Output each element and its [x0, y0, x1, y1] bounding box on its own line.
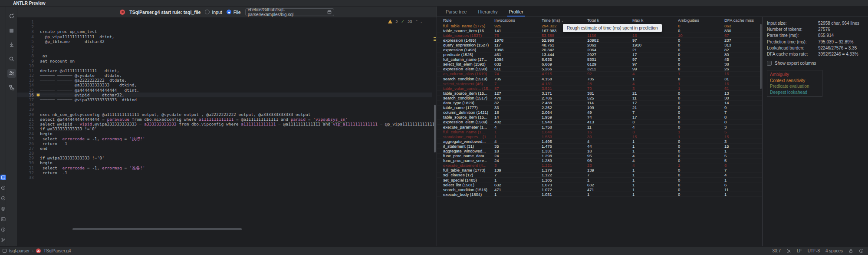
code-line[interactable]: 21select @a444444444444444 = paravalue f…	[17, 117, 432, 122]
highlighting-level-icon[interactable]	[786, 248, 791, 253]
code-line[interactable]: 13────── ────── @a2222222222 dtdate,	[17, 78, 432, 83]
code-line[interactable]: 4 @p_vipa1111111111111 dtint,	[17, 34, 432, 39]
file-radio[interactable]: File	[227, 10, 241, 15]
table-row[interactable]: search_condition (1519)7354.1587351031	[437, 76, 762, 81]
table-row[interactable]: search_condition (1516)4711.0724711011	[437, 187, 762, 192]
table-row[interactable]: as_column_alias (1619)744.915924116	[437, 72, 762, 76]
code-line[interactable]: 3create proc up_com_test	[17, 29, 432, 34]
browse-file-icon[interactable]	[327, 10, 332, 14]
breadcrumb-project[interactable]: tsql-parser	[9, 248, 30, 253]
column-header[interactable]: DFA cache miss	[724, 18, 762, 23]
code-line[interactable]: 10	[17, 63, 432, 68]
code-line[interactable]: 33	[17, 175, 432, 180]
info-icon[interactable]	[859, 248, 864, 253]
show-expert-columns-checkbox[interactable]: Show expert columns	[767, 61, 868, 66]
scroll-to-source-icon[interactable]	[7, 40, 16, 49]
prev-next-arrows[interactable]: ⌃⌄	[415, 20, 424, 23]
tab-profiler[interactable]: Profiler	[509, 7, 523, 17]
table-row[interactable]: aggregate_windowed...181.33118101	[437, 149, 762, 153]
editor-horizontal-scrollbar[interactable]	[40, 228, 432, 231]
code-line[interactable]: 14────── ────── @a333333333333 dtkind,	[17, 83, 432, 87]
code-line[interactable]: 15────── ────── @a444444444444444 dtint,	[17, 88, 432, 93]
table-row[interactable]: full_column_name (17...10948.63583019704…	[437, 57, 762, 62]
table-row[interactable]: query_expression (1527)11748.76120621910…	[437, 43, 762, 47]
code-line[interactable]: 5 @p_tblname dtchar32	[17, 39, 432, 44]
error-stripe-mark[interactable]	[434, 37, 436, 38]
search-icon[interactable]	[7, 55, 16, 63]
tab-hierarchy[interactable]: Hierarchy	[478, 7, 497, 17]
error-stripe-mark[interactable]	[434, 40, 436, 41]
code-line[interactable]: 2	[17, 24, 432, 29]
code-line[interactable]: 20exec nb_com_getsysconfig @a11111111111…	[17, 112, 432, 117]
table-row[interactable]: aggregate_windowed...41.4954103	[437, 139, 762, 144]
code-line[interactable]: 7── ── ──	[17, 49, 432, 53]
table-row[interactable]: standalone_expres... (1...11.5533015115	[437, 134, 762, 139]
code-line[interactable]: 26 return -1	[17, 141, 432, 146]
table-row[interactable]: predicate (1525)46113.444292717080	[437, 53, 762, 57]
antlr-tool-icon[interactable]: A	[0, 195, 6, 201]
code-line[interactable]: 11declare @a1111111111111 dtint,	[17, 68, 432, 73]
table-row[interactable]: if_statement (31)351.476441015	[437, 144, 762, 149]
table-row[interactable]: execute_body (1804)11.0311101	[437, 192, 762, 197]
table-row[interactable]: data_type (1829)322.48811417014	[437, 101, 762, 106]
table-vertical-scrollbar[interactable]	[760, 24, 762, 89]
table-row[interactable]: sql_clauses (12)71.1227104	[437, 173, 762, 178]
column-header[interactable]: Time (ms) ⌄	[542, 18, 587, 23]
table-row[interactable]: select_list_elem (1592)6326.669612997038	[437, 62, 762, 67]
breadcrumb-file[interactable]: TSqlParser.g4	[43, 248, 71, 253]
code-line[interactable]: 24begin	[17, 131, 432, 136]
column-header[interactable]: Invocations	[494, 18, 542, 23]
code-line[interactable]: 9set nocount on	[17, 59, 432, 63]
stop-icon[interactable]	[7, 26, 16, 35]
file-radio-circle[interactable]	[227, 10, 231, 14]
table-row[interactable]: set_special (1485)11.1051101	[437, 178, 762, 182]
file-encoding[interactable]: UTF-8	[808, 248, 820, 253]
code-editor[interactable]: 123create proc up_com_test4 @p_vipa11111…	[17, 18, 437, 246]
table-row[interactable]: table_sources (1537)7653.5881136161067	[437, 33, 762, 38]
table-row[interactable]: table_source_item (15...141.959741708	[437, 115, 762, 120]
profiler-people-icon[interactable]	[7, 69, 16, 78]
table-row[interactable]: search_condition (1517)4702.78652511030	[437, 96, 762, 100]
run-icon[interactable]	[0, 185, 6, 191]
code-line[interactable]: 1	[17, 20, 432, 24]
column-header[interactable]: Ambiguities	[678, 18, 724, 23]
table-row[interactable]: expression (1495)197852.99910982970237	[437, 38, 762, 43]
table-row[interactable]: full_table_name (1773)1391.179139107	[437, 168, 762, 173]
caret-position[interactable]: 30:7	[772, 248, 780, 253]
table-row[interactable]: func_proc_name_data...241.29895405	[437, 154, 762, 159]
code-line[interactable]: 25 select errorcode = -1, errormsg = '执行…	[17, 136, 432, 141]
services-icon[interactable]	[0, 206, 6, 212]
code-line[interactable]: 30begin	[17, 160, 432, 165]
code-line[interactable]: 28	[17, 151, 432, 156]
table-row[interactable]: select_statement (46)74.131284116	[437, 81, 762, 86]
table-row[interactable]: table_name (1777)332.2521992109	[437, 106, 762, 110]
input-radio-circle[interactable]	[205, 10, 210, 14]
indent-setting[interactable]: 4 spaces	[825, 248, 843, 253]
table-row[interactable]: table_value_constr... (15...873.52170316…	[437, 86, 762, 91]
editor-vertical-scrollbar[interactable]	[434, 105, 436, 152]
problems-icon[interactable]	[0, 227, 6, 232]
hierarchy-icon[interactable]	[7, 83, 16, 92]
table-row[interactable]: expression (1498)199820.342206421082	[437, 47, 762, 52]
input-radio[interactable]: Input	[205, 10, 222, 15]
table-row[interactable]: func_proc_name_serv...241.28995405	[437, 159, 762, 163]
column-header[interactable]: Rule	[443, 18, 494, 23]
intention-bulb-icon[interactable]	[36, 93, 40, 96]
table-row[interactable]: execute_parameter (1...41.75811403	[437, 125, 762, 129]
checkbox-box[interactable]	[767, 61, 772, 66]
line-separator[interactable]: LF	[797, 248, 802, 253]
table-row[interactable]: execute_statement (4...31.22123416	[437, 163, 762, 168]
tab-parse-tree[interactable]: Parse tree	[446, 7, 467, 17]
code-line[interactable]: 29if @vipa333333333333 !='0'	[17, 156, 432, 160]
code-line[interactable]: 31 select errorcode = -1, errormsg = '准备…	[17, 166, 432, 170]
code-line[interactable]: 27end	[17, 146, 432, 151]
code-line[interactable]: 8 as	[17, 53, 432, 58]
code-line[interactable]: 12────── ────── @sysdate dtdate,	[17, 73, 432, 78]
code-line[interactable]: 16────── ────── @vipid dtchar32,	[17, 93, 432, 97]
inspections-widget[interactable]: 2 ✓ 23 ⌃⌄	[388, 19, 424, 24]
code-line[interactable]: 17────── ────── @vipa333333333333 dtkind	[17, 97, 432, 102]
code-line[interactable]: 32 return -1	[17, 170, 432, 175]
refresh-icon[interactable]	[7, 12, 16, 20]
table-row[interactable]: full_column_name (1...11.64816315	[437, 129, 762, 134]
git-branch-icon[interactable]	[0, 237, 6, 243]
